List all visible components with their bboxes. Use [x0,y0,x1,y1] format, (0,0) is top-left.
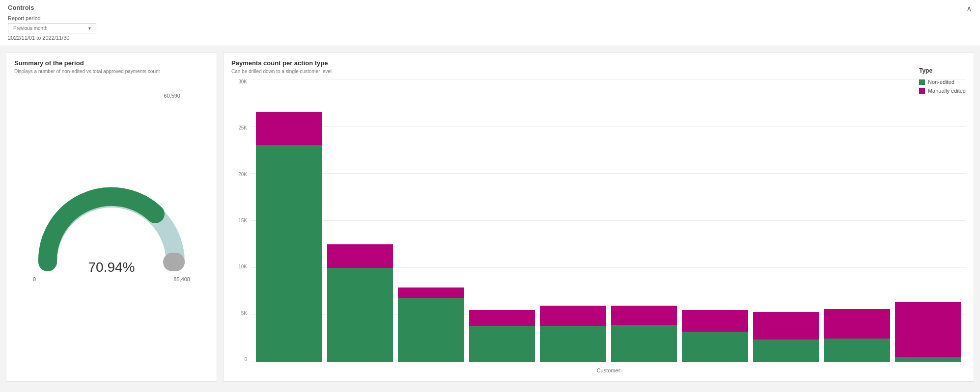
summary-subtitle: Displays a number of non-edited vs total… [14,69,209,74]
bars-row [251,79,966,362]
summary-title: Summary of the period [14,59,209,67]
y-tick: 0 [231,357,247,362]
bar-segment-nonedited [824,339,890,362]
gauge-label-left: 0 [33,276,36,282]
y-axis: 05K10K15K20K25K30K [231,79,251,374]
bar-segment-edited [398,287,464,298]
bar-segment-nonedited [327,268,393,362]
header-bar: Controls Report period Previous month ▾ … [0,0,980,46]
gauge-percentage: 70.94% [88,260,135,275]
bar-segment-edited [469,310,535,326]
bar-segment-nonedited [895,357,961,362]
bar-stack [753,312,819,362]
gauge-top-label: 60,590 [164,93,180,99]
bar-stack [469,310,535,362]
date-range: 2022/11/01 to 2022/11/30 [8,35,69,41]
bar-stack [895,302,961,362]
bar-segment-nonedited [540,326,606,362]
bar-segment-edited [327,244,393,268]
period-value: Previous month [13,26,47,31]
bar-segment-edited [682,310,748,332]
main-content: Summary of the period Displays a number … [0,46,980,388]
y-tick: 20K [231,172,247,177]
legend-title: Type [919,67,966,74]
bar-segment-nonedited [753,340,819,362]
report-period-label: Report period [8,15,41,21]
bar-segment-edited [824,309,890,339]
bar-segment-edited [540,306,606,326]
bar-segment-edited [753,312,819,340]
y-tick: 5K [231,311,247,316]
bar-segment-edited [895,302,961,357]
collapse-button[interactable]: ∧ [966,4,972,13]
y-tick: 25K [231,125,247,131]
bar-group[interactable] [895,79,961,362]
gauge-container: 60,590 70.94% 0 85,408 [14,84,209,374]
bar-stack [256,112,322,362]
bar-group[interactable] [398,79,464,362]
summary-card: Summary of the period Displays a number … [6,52,217,382]
bar-stack [327,244,393,362]
bar-stack [540,306,606,362]
controls-title: Controls [8,4,34,11]
bar-segment-edited [611,306,677,325]
bar-segment-nonedited [256,145,322,362]
chart-area: 05K10K15K20K25K30K Customer [231,79,966,374]
bar-stack [611,306,677,362]
bar-group[interactable] [611,79,677,362]
bar-segment-nonedited [398,298,464,362]
x-axis: Customer [251,362,966,374]
bar-group[interactable] [540,79,606,362]
bar-group[interactable] [327,79,393,362]
bar-group[interactable] [682,79,748,362]
chart-inner: Customer [251,79,966,374]
barchart-title: Payments count per action type [231,59,966,67]
bar-segment-edited [256,112,322,145]
period-select[interactable]: Previous month ▾ [8,23,96,33]
bar-group[interactable] [824,79,890,362]
gauge-label-right: 85,408 [173,276,190,282]
bar-stack [398,287,464,362]
bar-segment-nonedited [469,326,535,362]
bar-stack [682,310,748,362]
bar-stack [824,309,890,362]
y-tick: 10K [231,264,247,269]
dropdown-icon: ▾ [88,26,91,31]
bar-segment-nonedited [611,325,677,362]
y-tick: 30K [231,79,247,84]
y-tick: 15K [231,218,247,223]
barchart-card: Payments count per action type Can be dr… [223,52,974,382]
bar-group[interactable] [256,79,322,362]
gauge-labels: 0 85,408 [33,276,190,282]
bar-group[interactable] [753,79,819,362]
x-axis-label: Customer [597,367,620,373]
bar-segment-nonedited [682,332,748,362]
barchart-subtitle: Can be drilled down to a single customer… [231,69,966,74]
bar-group[interactable] [469,79,535,362]
